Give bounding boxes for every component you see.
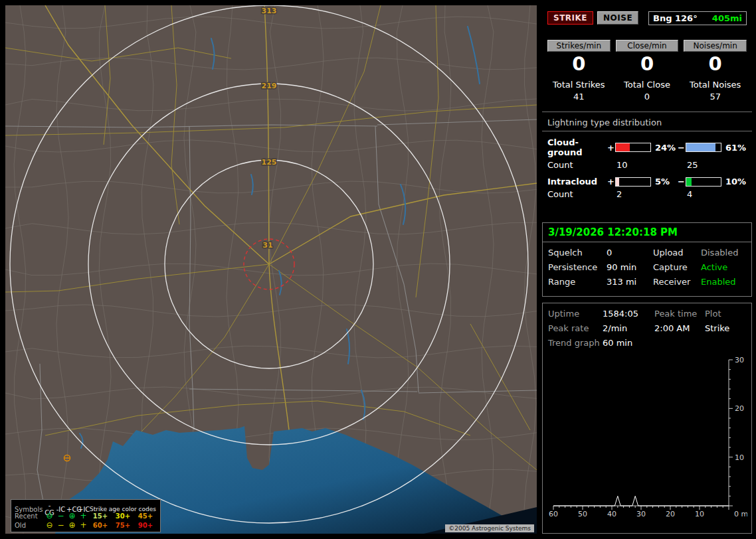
bearing-value: Bng 126° xyxy=(653,13,698,23)
intracloud-row: Intracloud + 5% − 10% xyxy=(547,177,747,187)
uptime-value: 1584:05 xyxy=(603,309,654,319)
total-close-label: Total Close xyxy=(616,80,679,90)
total-noises-label: Total Noises xyxy=(684,80,747,90)
status-panel: 3/19/2026 12:20:18 PM Squelch 0 Upload D… xyxy=(542,222,752,297)
range-ring-label: 125 xyxy=(262,158,277,167)
svg-text:0 min: 0 min xyxy=(734,510,747,518)
svg-text:50: 50 xyxy=(578,510,587,518)
cloud-ground-row: Cloud-ground + 24% − 61% xyxy=(547,137,747,157)
peak-time-label: Peak time xyxy=(654,309,705,319)
pos-ic-old-icon: + xyxy=(78,521,89,529)
noise-mode-button[interactable]: NOISE xyxy=(597,11,638,25)
legend-age-header: Strike age color codes xyxy=(89,506,157,512)
status-grid: Squelch 0 Upload Disabled Persistence 90… xyxy=(543,242,751,292)
age-code: 30+ xyxy=(112,512,134,520)
plus-sign: + xyxy=(607,143,615,153)
peak-rate-value: 2/min xyxy=(603,323,654,333)
mode-row: STRIKE NOISE Bng 126° 405mi xyxy=(547,11,747,25)
count-label: Count xyxy=(547,160,607,170)
cg-minus-pct: 61% xyxy=(723,143,747,153)
strikes-column: Strikes/min 0 Total Strikes 41 xyxy=(547,40,611,102)
datetime-display: 3/19/2026 12:20:18 PM xyxy=(543,223,751,242)
total-noises-value: 57 xyxy=(684,92,747,102)
stats-grid: Uptime 1584:05 Peak time Plot Peak rate … xyxy=(548,307,746,348)
ic-plus-bar xyxy=(615,177,651,187)
cg-plus-pct: 24% xyxy=(652,143,678,153)
legend-recent-label: Recent xyxy=(15,512,44,520)
lightning-map: 313 219 125 31 Symbols -CG -IC +CG +IC S… xyxy=(5,5,537,534)
trend-graph: 3020106050403020100 min xyxy=(548,352,747,519)
receiver-status: Enabled xyxy=(701,277,746,287)
svg-text:20: 20 xyxy=(735,404,744,413)
persistence-label: Persistence xyxy=(548,262,607,272)
cloud-ground-count-row: Count 10 25 xyxy=(547,160,747,170)
range-ring-label: 219 xyxy=(262,82,277,90)
total-strikes-value: 41 xyxy=(547,92,611,102)
legend-old-label: Old xyxy=(15,522,44,529)
age-code: 75+ xyxy=(112,522,134,529)
neg-cg-old-icon: ⊖ xyxy=(44,521,55,529)
noises-per-min-button[interactable]: Noises/min xyxy=(684,40,747,52)
age-code: 15+ xyxy=(89,512,112,520)
ic-minus-bar-fill xyxy=(686,178,692,186)
map-canvas: 313 219 125 31 xyxy=(5,5,537,534)
cg-plus-bar-fill xyxy=(616,143,630,151)
pos-cg-old-icon: ⊕ xyxy=(66,521,78,529)
pos-cg-recent-icon: ⊕ xyxy=(66,512,78,520)
squelch-label: Squelch xyxy=(548,248,607,258)
neg-ic-recent-icon: − xyxy=(55,512,66,520)
distance-value: 405mi xyxy=(712,13,742,23)
plot-label: Plot xyxy=(705,309,746,319)
cg-plus-bar xyxy=(615,143,651,152)
range-label: Range xyxy=(548,277,607,287)
close-column: Close/min 0 Total Close 0 xyxy=(616,40,679,102)
cg-minus-bar-fill xyxy=(686,143,715,151)
range-value: 313 mi xyxy=(607,277,653,287)
copyright-label: ©2005 Astrogenic Systems xyxy=(445,524,534,532)
distribution-title: Lightning type distribution xyxy=(542,116,752,131)
rates-row: Strikes/min 0 Total Strikes 41 Close/min… xyxy=(547,40,747,102)
svg-text:10: 10 xyxy=(695,510,704,518)
ic-plus-bar-fill xyxy=(616,178,619,186)
svg-text:30: 30 xyxy=(735,356,744,364)
ic-minus-bar xyxy=(686,177,721,187)
trend-graph-value: 60 min xyxy=(603,338,654,348)
peak-rate-label: Peak rate xyxy=(548,323,603,333)
map-legend: Symbols -CG -IC +CG +IC Strike age color… xyxy=(11,499,161,532)
range-ring-label: 31 xyxy=(262,241,272,250)
ic-minus-pct: 10% xyxy=(723,177,747,187)
intracloud-label: Intracloud xyxy=(547,177,607,187)
cloud-ground-label: Cloud-ground xyxy=(547,137,607,157)
uptime-label: Uptime xyxy=(548,309,603,319)
bearing-distance-display: Bng 126° 405mi xyxy=(648,11,747,25)
close-per-min-value: 0 xyxy=(616,52,679,76)
svg-text:60: 60 xyxy=(549,510,558,518)
intracloud-count-row: Count 2 4 xyxy=(547,189,747,199)
ic-plus-pct: 5% xyxy=(652,177,678,187)
ic-minus-count: 4 xyxy=(686,189,723,199)
close-per-min-button[interactable]: Close/min xyxy=(616,40,679,52)
ic-plus-count: 2 xyxy=(615,189,652,199)
divider xyxy=(542,112,752,112)
cg-plus-count: 10 xyxy=(615,160,652,170)
plus-sign: + xyxy=(607,177,615,187)
svg-text:20: 20 xyxy=(666,510,675,518)
strike-stats-panel: STRIKE NOISE Bng 126° 405mi Strikes/min … xyxy=(542,5,752,216)
svg-text:10: 10 xyxy=(735,453,744,462)
neg-ic-old-icon: − xyxy=(55,521,66,529)
minus-sign: − xyxy=(678,143,686,153)
noises-per-min-value: 0 xyxy=(684,52,747,76)
capture-status: Active xyxy=(701,262,746,272)
age-code: 90+ xyxy=(134,522,157,529)
strikes-per-min-button[interactable]: Strikes/min xyxy=(547,40,611,52)
peak-time-value: 2:00 AM xyxy=(654,323,705,333)
receiver-label: Receiver xyxy=(653,277,701,287)
upload-label: Upload xyxy=(653,248,701,258)
strike-mode-button[interactable]: STRIKE xyxy=(547,11,593,25)
svg-text:30: 30 xyxy=(636,510,646,518)
squelch-value: 0 xyxy=(607,248,653,258)
trend-graph-label: Trend graph xyxy=(548,338,603,348)
nexstorm-window: 313 219 125 31 Symbols -CG -IC +CG +IC S… xyxy=(0,0,756,539)
upload-status: Disabled xyxy=(701,248,746,258)
pos-ic-recent-icon: + xyxy=(78,512,89,520)
